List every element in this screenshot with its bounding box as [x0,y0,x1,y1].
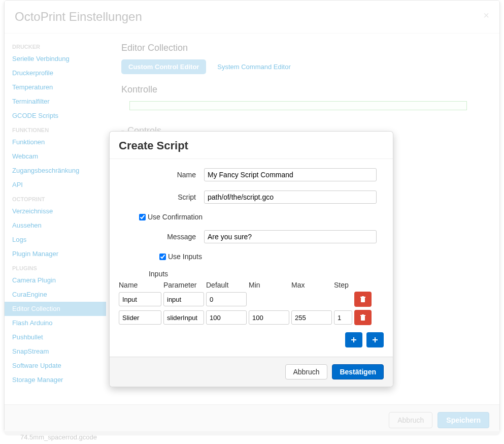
sidebar-item[interactable]: Pushbullet [5,330,106,344]
script-modal-footer: Abbruch Bestätigen [110,357,393,387]
inputs-header-row: Name Parameter Default Min Max Step [119,281,384,289]
col-header-min: Min [249,281,289,289]
settings-header: OctoPrint Einstellungen × [5,1,499,34]
row-parameter-input[interactable] [163,292,204,306]
sidebar-item[interactable]: Plugin Manager [5,247,106,261]
settings-cancel-button[interactable]: Abbruch [389,412,432,428]
trash-icon [360,314,366,321]
sidebar-item[interactable]: Terminalfilter [5,94,106,109]
nav-header: PLUGINS [5,261,106,273]
svg-rect-2 [362,296,364,297]
add-input-button[interactable] [345,332,362,347]
sidebar-item[interactable]: API [5,178,106,192]
add-buttons-row [119,332,384,347]
svg-rect-7 [351,339,356,340]
input-name[interactable] [204,168,377,181]
col-header-name: Name [119,281,161,289]
sidebar-item[interactable]: Zugangsbeschränkung [5,164,106,178]
script-modal-title: Create Script [119,139,384,152]
col-header-parameter: Parameter [163,281,204,289]
label-script: Script [119,193,204,201]
background-filename: 74.5mm_spacerrod.gcode [20,433,97,441]
create-script-modal: Create Script Name Script Use Confirmati… [109,131,393,387]
sidebar-item[interactable]: Druckerprofile [5,66,106,80]
inputs-table: Name Parameter Default Min Max Step [119,281,384,325]
input-script[interactable] [204,191,377,204]
row-default-input[interactable] [206,310,247,325]
sidebar-item[interactable]: Serielle Verbindung [5,52,106,66]
sidebar-item[interactable]: Editor Collection [5,302,106,316]
section-heading-kontrolle: Kontrolle [121,84,484,95]
close-icon[interactable]: × [483,10,489,21]
sidebar-item[interactable]: GCODE Scripts [5,109,106,123]
checkbox-use-inputs[interactable] [159,253,166,260]
svg-rect-3 [361,316,365,321]
row-name-input[interactable] [119,292,161,306]
sidebar-item[interactable]: Funktionen [5,135,106,149]
input-message[interactable] [204,230,377,243]
plus-icon [372,337,378,343]
script-confirm-button[interactable]: Bestätigen [332,364,384,379]
plus-icon [351,337,357,343]
sidebar-item[interactable]: Flash Arduino [5,316,106,330]
nav-header: FUNKTIONEN [5,123,106,135]
sidebar-item[interactable]: Verzeichnisse [5,204,106,218]
sidebar-item[interactable]: Aussehen [5,218,106,233]
row-min-input[interactable] [249,310,289,325]
trash-icon [360,296,366,303]
sidebar-item[interactable]: Temperaturen [5,80,106,94]
row-name-input[interactable] [119,310,161,325]
script-modal-body: Name Script Use Confirmation Message Use… [110,159,393,357]
editor-tabs: Custom Control Editor System Command Edi… [121,59,484,74]
sidebar-item[interactable]: SnapStream [5,344,106,359]
col-header-max: Max [291,281,332,289]
sidebar-item[interactable]: Logs [5,233,106,247]
settings-sidebar: DRUCKERSerielle VerbindungDruckerprofile… [5,34,106,404]
add-slider-button[interactable] [366,332,384,347]
col-header-default: Default [206,281,247,289]
svg-rect-9 [373,339,378,340]
label-name: Name [119,171,204,179]
svg-rect-0 [361,298,365,302]
tab-custom-control-editor[interactable]: Custom Control Editor [121,59,206,74]
checkbox-use-confirmation[interactable] [139,214,146,220]
delete-row-button[interactable] [354,310,372,325]
row-parameter-input[interactable] [163,310,204,325]
tab-system-command-editor[interactable]: System Command Editor [210,59,298,74]
nav-header: DRUCKER [5,40,106,52]
settings-title: OctoPrint Einstellungen [15,10,489,24]
inputs-heading: Inputs [119,270,198,278]
label-use-confirmation: Use Confirmation [148,213,203,221]
settings-save-button[interactable]: Speichern [438,412,489,428]
label-message: Message [119,233,204,241]
sidebar-item[interactable]: Software Update [5,359,106,373]
label-use-inputs: Use Inputs [168,252,202,261]
sidebar-item[interactable]: CuraEngine [5,288,106,302]
control-drop-zone[interactable] [129,101,467,110]
col-header-step: Step [334,281,352,289]
row-default-input[interactable] [206,292,247,306]
settings-footer: Abbruch Speichern [5,404,499,435]
script-cancel-button[interactable]: Abbruch [285,364,327,379]
script-modal-header: Create Script [110,132,393,159]
nav-header: OCTOPRINT [5,192,106,204]
inputs-row [119,310,384,325]
row-step-input[interactable] [334,310,352,325]
sidebar-item[interactable]: Webcam [5,149,106,164]
delete-row-button[interactable] [354,292,372,307]
sidebar-item[interactable]: Storage Manager [5,373,106,387]
sidebar-item[interactable]: Camera Plugin [5,273,106,288]
svg-rect-5 [362,314,364,315]
section-heading-editor: Editor Collection [121,43,484,53]
inputs-row [119,292,384,307]
row-max-input[interactable] [291,310,332,325]
